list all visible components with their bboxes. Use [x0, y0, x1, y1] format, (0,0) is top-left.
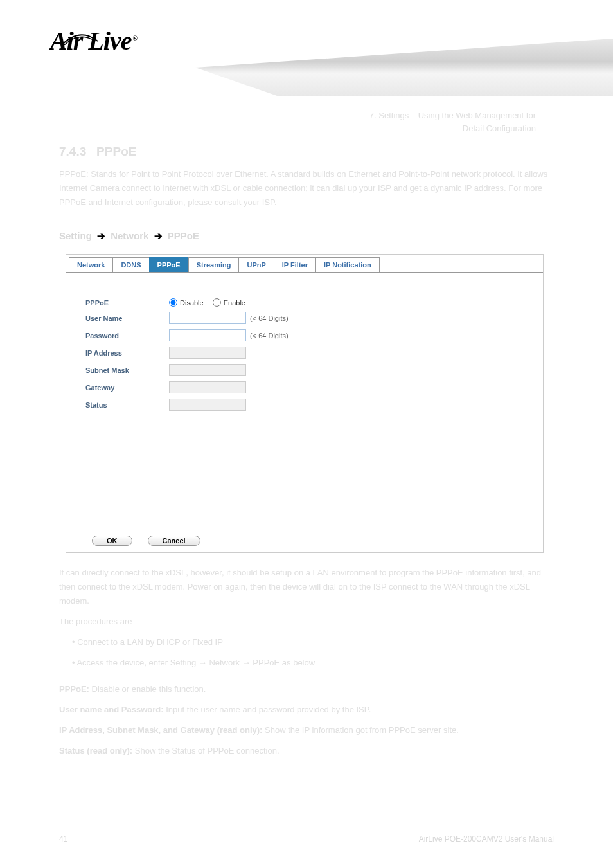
status-label: Status	[85, 401, 169, 409]
tab-pppoe[interactable]: PPPoE	[149, 257, 189, 272]
tab-content: PPPoE Disable Enable User Name (< 64 Dig…	[66, 272, 543, 411]
status-input	[169, 399, 246, 411]
password-input[interactable]	[169, 329, 246, 341]
tab-streaming[interactable]: Streaming	[188, 257, 240, 272]
subnet-input	[169, 364, 246, 376]
section-intro: PPPoE: Stands for Point to Point Protoco…	[59, 167, 554, 210]
tab-upnp[interactable]: UPnP	[238, 257, 274, 272]
settings-screenshot: Network DDNS PPPoE Streaming UPnP IP Fil…	[66, 254, 544, 553]
tab-ipfilter[interactable]: IP Filter	[274, 257, 316, 272]
chapter-reference: 7. Settings – Using the Web Management f…	[369, 109, 536, 134]
gateway-label: Gateway	[85, 384, 169, 392]
header-banner	[195, 39, 613, 96]
tab-network[interactable]: Network	[69, 257, 113, 272]
tab-bar: Network DDNS PPPoE Streaming UPnP IP Fil…	[66, 255, 543, 272]
ok-button[interactable]: OK	[92, 536, 132, 546]
username-input[interactable]	[169, 312, 246, 324]
description-block: It can directly connect to the xDSL, how…	[59, 566, 554, 764]
gateway-input	[169, 381, 246, 393]
arrow-right-icon: ➔	[97, 230, 105, 241]
pppoe-disable-radio[interactable]	[169, 298, 177, 307]
cancel-button[interactable]: Cancel	[148, 536, 200, 546]
breadcrumb: Setting ➔ Network ➔ PPPoE	[59, 230, 199, 242]
password-label: Password	[85, 332, 169, 339]
username-label: User Name	[85, 314, 169, 322]
page-footer: 41 AirLive POE-200CAMV2 User's Manual	[0, 835, 613, 844]
arrow-right-icon: ➔	[154, 230, 163, 241]
tab-ddns[interactable]: DDNS	[112, 257, 149, 272]
product-name: AirLive POE-200CAMV2 User's Manual	[419, 835, 554, 844]
ipaddress-input	[169, 347, 246, 359]
username-hint: (< 64 Digits)	[250, 314, 289, 322]
page-number: 41	[59, 835, 67, 844]
tab-ipnotification[interactable]: IP Notification	[315, 257, 380, 272]
pppoe-enable-radio[interactable]	[213, 298, 221, 307]
ipaddress-label: IP Address	[85, 349, 169, 357]
pppoe-label: PPPoE	[85, 299, 169, 307]
section-title: 7.4.3 PPPoE	[59, 145, 136, 159]
password-hint: (< 64 Digits)	[250, 332, 289, 339]
subnet-label: Subnet Mask	[85, 366, 169, 374]
logo: Air Live®	[50, 26, 172, 56]
